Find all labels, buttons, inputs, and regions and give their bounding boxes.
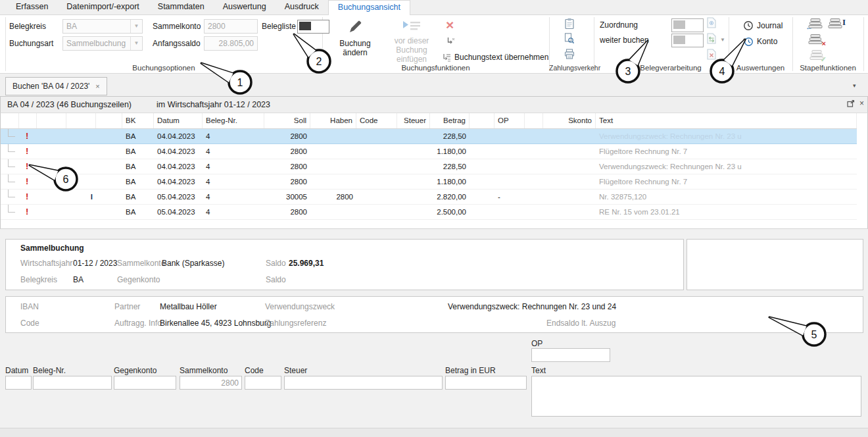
cell-bk: BA [122,205,154,219]
vor-dieser-buchung-einfuegen-button[interactable]: vor dieser Buchung einfügen [380,16,443,64]
document-search-icon[interactable] [564,33,575,45]
tab-buchungsansicht[interactable]: Buchungsansicht [328,0,410,15]
cell-betrag: 228,50 [430,159,470,174]
column-header-code[interactable]: Code [356,113,397,128]
column-header-empty[interactable] [1,113,19,128]
column-header-empty[interactable] [525,113,543,128]
weiter-buchen-toggle[interactable] [671,34,704,47]
stack-confirm-icon[interactable]: ✓ [809,49,825,61]
steuer-input[interactable] [284,376,443,390]
datum-input[interactable] [5,376,32,390]
belegkreis-info-label: Belegkreis [20,275,57,284]
cell-betrag: 2.820,00 [430,190,470,204]
column-header-bk[interactable]: BK [122,113,154,128]
cell-op: - [494,190,525,204]
column-header-empty[interactable] [470,113,494,128]
vor-dieser-label2: Buchung einfügen [380,45,443,64]
code-input[interactable] [245,376,281,390]
column-header-empty[interactable] [66,113,96,128]
document-exchange-icon[interactable] [706,33,717,45]
column-header-empty[interactable] [96,113,122,128]
column-header-steuer[interactable]: Steuer [397,113,430,128]
delete-booking-icon[interactable]: × [446,18,454,32]
belegkreis-label: Belegkreis [9,22,46,31]
row-expander-icon[interactable] [8,159,15,167]
cell-soll: 2800 [264,144,310,159]
partner-label: Partner [114,302,140,311]
buchungsart-select[interactable]: Sammelbuchung▼ [62,36,143,51]
column-header-empty[interactable] [37,113,66,128]
close-icon[interactable]: × [859,99,864,107]
cell-op [494,159,525,174]
sammelkonto-field[interactable]: 2800 [204,19,258,34]
anfangssaldo-field[interactable]: 28.805,00 [204,36,258,51]
stack-delete-icon[interactable]: × [808,34,823,45]
panel-subtitle: im Wirtschaftsjahr 01-12 / 2023 [157,100,270,109]
buchung-aendern-button[interactable]: Buchung ändern [330,16,380,64]
sammelkonto-info-label: Sammelkonto [117,259,165,268]
table-row[interactable]: !IBA05.04.202343000528002.820,00-Nr. 328… [1,190,857,205]
stack-import-icon[interactable]: ← [808,18,823,30]
column-header-soll[interactable]: Soll [264,113,310,128]
beleg-nr-input[interactable] [33,376,112,390]
sammelkonto-input[interactable] [180,376,242,390]
column-header-op[interactable]: OP [494,113,525,128]
tab-datenimport-export[interactable]: Datenimport/-export [57,0,148,14]
cell-code [356,159,397,174]
gegenkonto-info-label: Gegenkonto [117,275,160,284]
text-input[interactable] [531,376,861,417]
table-row[interactable]: !BA04.04.202342800228,50Verwendungszweck… [1,129,857,144]
row-expander-icon[interactable] [8,129,15,137]
row-expander-icon[interactable] [8,190,15,197]
cell-text: Verwendungszweck: Rechnungen Nr. 23 u [596,129,857,143]
document-tab-buchen[interactable]: Buchen 'BA 04 / 2023' × [5,77,107,95]
column-header-empty[interactable] [19,113,37,128]
buchung-aendern-label: Buchung [339,39,370,48]
journal-button[interactable]: Journal [743,20,783,31]
table-row[interactable]: !BA05.04.2023428002.500,00RE Nr. 15 vom … [1,205,857,220]
tab-auswertung[interactable]: Auswertung [214,0,276,14]
belegliste-toggle[interactable] [297,20,329,34]
tab-stammdaten[interactable]: Stammdaten [149,0,214,14]
stack-info-icon[interactable]: I [827,18,843,30]
column-header-text[interactable]: Text [596,113,857,128]
row-expander-icon[interactable] [8,205,15,213]
column-header-haben[interactable]: Haben [310,113,356,128]
column-header-skonto[interactable]: Skonto [543,113,596,128]
popout-icon[interactable] [847,99,855,107]
row-expander-icon[interactable] [8,174,15,182]
column-header-datum[interactable]: Datum [154,113,203,128]
document-delete-icon[interactable] [706,49,717,61]
belegkreis-select[interactable]: BA▼ [62,19,143,34]
cell-haben [310,174,356,189]
insert-mark-icon[interactable] [446,37,455,47]
clipboard-icon[interactable] [564,18,575,31]
table-row[interactable]: !BA04.04.2023428001.180,00Flügeltore Rec… [1,144,857,159]
cell-text: Nr. 32875,120 [596,190,857,204]
document-view-icon[interactable] [706,17,717,30]
column-header-beleg-nr-[interactable]: Beleg-Nr. [203,113,264,128]
tab-ausdruck[interactable]: Ausdruck [276,0,328,14]
tab-erfassen[interactable]: Erfassen [7,0,57,14]
table-row[interactable]: !BA04.04.2023428001.180,00Flügeltore Rec… [1,174,857,190]
op-input[interactable] [531,348,610,362]
journal-clock-icon [743,20,754,31]
chevron-down-icon[interactable]: ▼ [720,37,725,43]
row-expander-icon[interactable] [8,144,15,152]
cell-soll: 2800 [264,205,310,219]
buchungstext-uebernehmen-button[interactable]: Buchungstext übernehmen [442,53,548,62]
gegenkonto-input[interactable] [114,376,176,390]
code-label: Code [245,366,264,375]
close-icon[interactable]: × [95,82,99,90]
betrag-input[interactable] [445,376,527,390]
cell-sp1 [37,205,66,219]
warning-icon: ! [19,174,37,189]
cell-steuer [397,205,430,219]
table-row[interactable]: !BA04.04.202342800228,50Verwendungszweck… [1,159,857,174]
printer-icon[interactable] [564,49,575,61]
zuordnung-toggle[interactable] [671,18,704,32]
cell-bk: BA [122,190,154,204]
konto-button[interactable]: Konto [743,36,777,47]
column-header-betrag[interactable]: Betrag [430,113,470,128]
tab-overflow-icon[interactable]: ▾ [853,82,856,89]
